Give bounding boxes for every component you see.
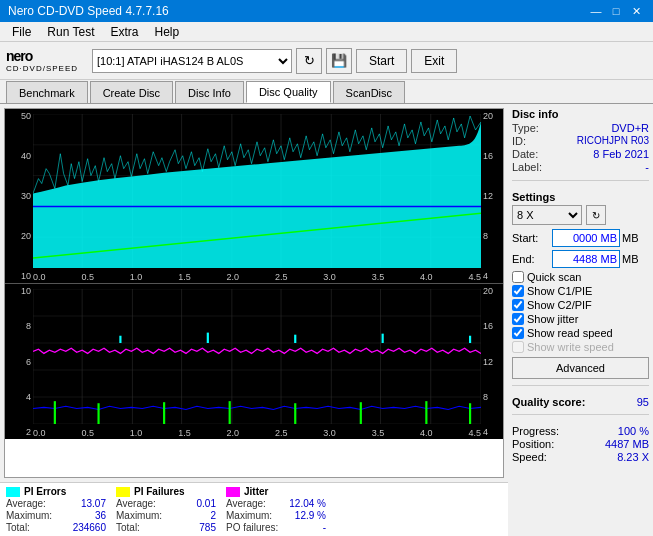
show-c2pif-checkbox[interactable]: [512, 299, 524, 311]
speed-refresh-button[interactable]: ↻: [586, 205, 606, 225]
legend-jitter: Jitter Average: 12.04 % Maximum: 12.9 % …: [226, 486, 326, 533]
divider-3: [512, 414, 649, 415]
titlebar-title: Nero CD-DVD Speed 4.7.7.16: [8, 4, 169, 18]
disc-id-row: ID: RICOHJPN R03: [512, 135, 649, 147]
disc-info-title: Disc info: [512, 108, 649, 120]
chart-bottom: 10 8 6 4 2 20 16 12 8 4: [5, 284, 503, 439]
start-input-row: Start: MB: [512, 229, 649, 247]
menu-file[interactable]: File: [4, 23, 39, 41]
tab-scan-disc[interactable]: ScanDisc: [333, 81, 405, 103]
show-c1pie-checkbox[interactable]: [512, 285, 524, 297]
chart-bottom-inner: [33, 289, 481, 424]
chart-bottom-y-right: 20 16 12 8 4: [481, 284, 503, 439]
quality-row: Quality score: 95: [512, 396, 649, 408]
progress-section: Progress: 100 % Position: 4487 MB Speed:…: [512, 425, 649, 464]
disc-label-row: Label: -: [512, 161, 649, 173]
tab-disc-quality[interactable]: Disc Quality: [246, 81, 331, 103]
titlebar: Nero CD-DVD Speed 4.7.7.16 — □ ✕: [0, 0, 653, 22]
close-button[interactable]: ✕: [627, 3, 645, 19]
show-jitter-checkbox[interactable]: [512, 313, 524, 325]
show-write-speed-row: Show write speed: [512, 341, 649, 353]
titlebar-controls: — □ ✕: [587, 3, 645, 19]
tab-benchmark[interactable]: Benchmark: [6, 81, 88, 103]
chart-top-x-axis: 0.0 0.5 1.0 1.5 2.0 2.5 3.0 3.5 4.0 4.5: [33, 272, 481, 283]
legend-pi-errors: PI Errors Average: 13.07 Maximum: 36 Tot…: [6, 486, 106, 533]
chart-top-inner: [33, 114, 481, 268]
legend: PI Errors Average: 13.07 Maximum: 36 Tot…: [0, 482, 508, 536]
pi-failures-average-row: Average: 0.01: [116, 498, 216, 509]
advanced-button[interactable]: Advanced: [512, 357, 649, 379]
jitter-title: Jitter: [226, 486, 326, 497]
tabs: Benchmark Create Disc Disc Info Disc Qua…: [0, 80, 653, 104]
progress-position-row: Position: 4487 MB: [512, 438, 649, 450]
end-input-row: End: MB: [512, 250, 649, 268]
chart-bottom-y-left: 10 8 6 4 2: [5, 284, 33, 439]
minimize-button[interactable]: —: [587, 3, 605, 19]
show-read-speed-row: Show read speed: [512, 327, 649, 339]
menu-run-test[interactable]: Run Test: [39, 23, 102, 41]
progress-progress-row: Progress: 100 %: [512, 425, 649, 437]
chart-top-svg: [33, 114, 481, 268]
end-input[interactable]: [552, 250, 620, 268]
jitter-po-row: PO failures: -: [226, 522, 326, 533]
toolbar: nero CD·DVD/SPEED [10:1] ATAPI iHAS124 B…: [0, 42, 653, 80]
start-input[interactable]: [552, 229, 620, 247]
show-c1pie-row: Show C1/PIE: [512, 285, 649, 297]
chart-top-y-right: 20 16 12 8 4: [481, 109, 503, 283]
disc-type-row: Type: DVD+R: [512, 122, 649, 134]
speed-row: 8 X Max 1 X 2 X 4 X 6 X ↻: [512, 205, 649, 225]
tab-disc-info[interactable]: Disc Info: [175, 81, 244, 103]
chart-top-y-left: 50 40 30 20 10: [5, 109, 33, 283]
quick-scan-row: Quick scan: [512, 271, 649, 283]
speed-select[interactable]: 8 X Max 1 X 2 X 4 X 6 X: [512, 205, 582, 225]
divider-1: [512, 180, 649, 181]
nero-logo: nero CD·DVD/SPEED: [6, 48, 78, 73]
disc-info-section: Disc info Type: DVD+R ID: RICOHJPN R03 D…: [512, 108, 649, 174]
divider-2: [512, 385, 649, 386]
chart-top: 50 40 30 20 10 20 16 12 8 4: [5, 109, 503, 284]
nero-brand: nero: [6, 48, 78, 64]
menu-help[interactable]: Help: [147, 23, 188, 41]
pi-failures-total-row: Total: 785: [116, 522, 216, 533]
pi-failures-title: PI Failures: [116, 486, 216, 497]
pi-errors-color-box: [6, 487, 20, 497]
legend-pi-failures: PI Failures Average: 0.01 Maximum: 2 Tot…: [116, 486, 216, 533]
pi-errors-title: PI Errors: [6, 486, 106, 497]
pi-errors-max-row: Maximum: 36: [6, 510, 106, 521]
jitter-color-box: [226, 487, 240, 497]
show-jitter-row: Show jitter: [512, 313, 649, 325]
cdspeed-brand: CD·DVD/SPEED: [6, 64, 78, 73]
jitter-max-row: Maximum: 12.9 %: [226, 510, 326, 521]
menu-extra[interactable]: Extra: [102, 23, 146, 41]
progress-speed-row: Speed: 8.23 X: [512, 451, 649, 463]
start-button[interactable]: Start: [356, 49, 407, 73]
chart-bottom-x-axis: 0.0 0.5 1.0 1.5 2.0 2.5 3.0 3.5 4.0 4.5: [33, 428, 481, 439]
main-content: 50 40 30 20 10 20 16 12 8 4: [0, 104, 653, 536]
pi-failures-max-row: Maximum: 2: [116, 510, 216, 521]
show-c2pif-row: Show C2/PIF: [512, 299, 649, 311]
show-write-speed-checkbox[interactable]: [512, 341, 524, 353]
exit-button[interactable]: Exit: [411, 49, 457, 73]
drive-select[interactable]: [10:1] ATAPI iHAS124 B AL0S: [92, 49, 292, 73]
maximize-button[interactable]: □: [607, 3, 625, 19]
settings-title: Settings: [512, 191, 649, 203]
show-read-speed-checkbox[interactable]: [512, 327, 524, 339]
pi-failures-color-box: [116, 487, 130, 497]
save-button[interactable]: 💾: [326, 48, 352, 74]
settings-section: Settings 8 X Max 1 X 2 X 4 X 6 X ↻ Start…: [512, 187, 649, 379]
refresh-button[interactable]: ↻: [296, 48, 322, 74]
right-panel: Disc info Type: DVD+R ID: RICOHJPN R03 D…: [508, 104, 653, 536]
quick-scan-checkbox[interactable]: [512, 271, 524, 283]
chart-bottom-svg: [33, 289, 481, 424]
charts-container: 50 40 30 20 10 20 16 12 8 4: [4, 108, 504, 478]
pi-errors-average-row: Average: 13.07: [6, 498, 106, 509]
menubar: File Run Test Extra Help: [0, 22, 653, 42]
pi-errors-total-row: Total: 234660: [6, 522, 106, 533]
charts-area: 50 40 30 20 10 20 16 12 8 4: [0, 104, 508, 536]
jitter-average-row: Average: 12.04 %: [226, 498, 326, 509]
tab-create-disc[interactable]: Create Disc: [90, 81, 173, 103]
disc-date-row: Date: 8 Feb 2021: [512, 148, 649, 160]
